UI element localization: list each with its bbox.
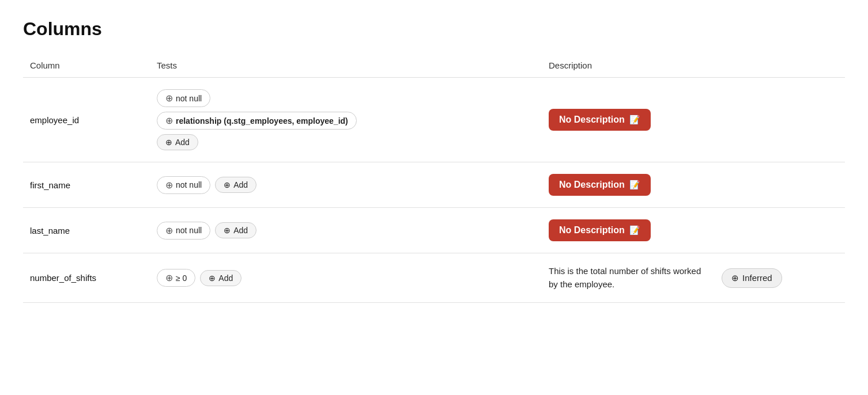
test-badge-not-null[interactable]: ⊕not null [157,222,210,240]
inferred-label: Inferred [742,273,772,283]
edit-icon: 📝 [629,115,640,125]
columns-table: Column Tests Description employee_id⊕not… [23,56,845,303]
test-label: ≥ 0 [176,274,187,283]
plus-icon: ⊕ [165,93,173,104]
no-description-label: No Description [559,225,625,236]
test-label: not null [176,94,202,103]
test-badge-not-null[interactable]: ⊕not null [157,176,210,194]
add-test-button[interactable]: ⊕Add [215,177,256,193]
tests-cell: ⊕≥ 0⊕Add [150,253,542,303]
column-name: last_name [30,226,70,236]
plus-icon: ⊕ [224,226,231,235]
header-column: Column [23,56,150,78]
column-name-cell: number_of_shifts [23,253,150,303]
plus-icon: ⊕ [165,115,173,126]
plus-icon: ⊕ [165,180,173,191]
header-description: Description [542,56,845,78]
page-title: Columns [23,18,845,40]
no-description-label: No Description [559,180,625,190]
tests-cell: ⊕not null⊕Add [150,162,542,208]
column-name: employee_id [30,115,79,125]
tests-cell: ⊕not null⊕Add [150,208,542,253]
table-row: number_of_shifts⊕≥ 0⊕AddThis is the tota… [23,253,845,303]
header-tests: Tests [150,56,542,78]
no-description-button[interactable]: No Description📝 [549,174,651,196]
description-cell: No Description📝 [542,208,845,253]
description-cell: No Description📝 [542,78,845,162]
description-cell: This is the total number of shifts worke… [542,253,845,303]
description-cell: No Description📝 [542,162,845,208]
add-test-button[interactable]: ⊕Add [215,222,256,238]
add-label: Add [218,274,233,283]
plus-icon: ⊕ [165,138,172,147]
column-name: number_of_shifts [30,273,96,283]
edit-icon: 📝 [629,225,640,236]
table-row: first_name⊕not null⊕AddNo Description📝 [23,162,845,208]
plus-icon: ⊕ [224,180,231,189]
plus-icon: ⊕ [165,272,173,283]
add-label: Add [233,180,248,189]
description-text: This is the total number of shifts worke… [549,265,710,291]
plus-icon: ⊕ [209,274,216,283]
column-name: first_name [30,180,70,190]
no-description-label: No Description [559,115,625,125]
edit-icon: 📝 [629,180,640,190]
test-badge-≥-0[interactable]: ⊕≥ 0 [157,269,195,287]
test-label: not null [176,180,202,189]
test-label: relationship (q.stg_employees, employee_… [176,116,348,126]
tests-cell: ⊕not null⊕relationship (q.stg_employees,… [150,78,542,162]
plus-icon: ⊕ [731,273,739,283]
no-description-button[interactable]: No Description📝 [549,219,651,241]
add-test-button[interactable]: ⊕Add [200,270,241,286]
table-row: employee_id⊕not null⊕relationship (q.stg… [23,78,845,162]
add-label: Add [175,138,190,147]
inferred-badge[interactable]: ⊕Inferred [722,268,782,288]
table-row: last_name⊕not null⊕AddNo Description📝 [23,208,845,253]
no-description-button[interactable]: No Description📝 [549,109,651,131]
column-name-cell: first_name [23,162,150,208]
test-label: not null [176,226,202,235]
column-name-cell: last_name [23,208,150,253]
plus-icon: ⊕ [165,225,173,236]
test-badge-not-null[interactable]: ⊕not null [157,89,210,107]
column-name-cell: employee_id [23,78,150,162]
add-label: Add [233,226,248,235]
add-test-button[interactable]: ⊕Add [157,134,198,150]
test-badge-relationship[interactable]: ⊕relationship (q.stg_employees, employee… [157,112,357,130]
